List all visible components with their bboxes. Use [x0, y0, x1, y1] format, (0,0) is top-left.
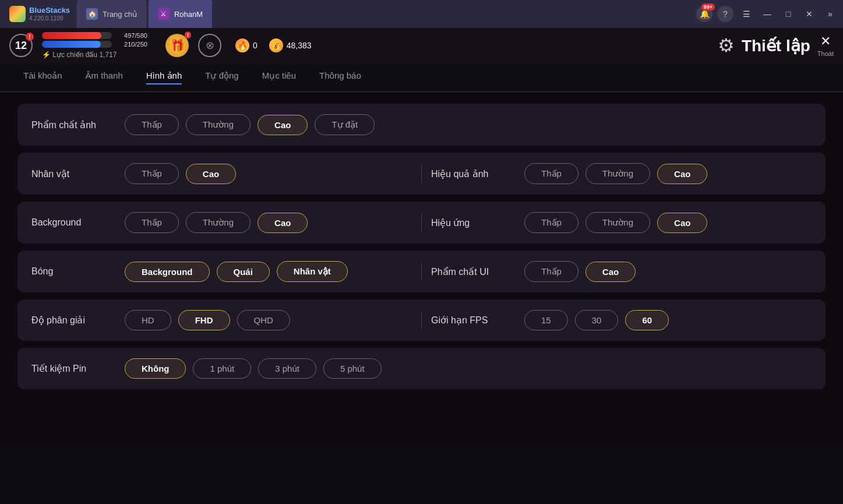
battery-1min-btn[interactable]: 1 phút	[193, 358, 251, 379]
minimize-button[interactable]: —	[759, 6, 775, 22]
ve-high-btn[interactable]: Cao	[657, 164, 707, 184]
tab-game[interactable]: ⚔ RohanM	[149, 0, 212, 28]
visual-effect-label: Hiệu quả ảnh	[431, 168, 524, 179]
currency-section: 🔥 0 💰 48,383	[235, 38, 312, 52]
mp-text: 210/250	[115, 41, 156, 48]
app-logo: BlueStacks 4.220.0.1109	[5, 6, 75, 22]
fps-60-btn[interactable]: 60	[625, 310, 669, 330]
battery-off-btn[interactable]: Không	[125, 358, 186, 379]
logo-icon	[9, 6, 26, 22]
gift-button[interactable]: 🎁 !	[165, 34, 189, 57]
iq-custom-btn[interactable]: Tự đặt	[315, 114, 375, 135]
visual-effect-section: Hiệu quả ảnh Thấp Thường Cao	[431, 163, 812, 184]
character-label: Nhân vật	[31, 168, 125, 179]
close-label: Thoát	[817, 50, 834, 57]
shadow-label: Bóng	[31, 266, 125, 277]
battery-row: Tiết kiệm Pin Không 1 phút 3 phút 5 phút	[17, 348, 826, 389]
eff-high-btn[interactable]: Cao	[657, 213, 707, 233]
mp-bar-fill	[42, 41, 101, 48]
effect-options: Thấp Thường Cao	[524, 212, 707, 233]
tab-game-label: RohanM	[174, 10, 203, 19]
char-low-btn[interactable]: Thấp	[125, 163, 179, 184]
ve-low-btn[interactable]: Thấp	[524, 163, 579, 184]
res-fps-row: Độ phân giải HD FHD QHD Giới hạn FPS 15 …	[17, 299, 826, 341]
bg-effect-row: Background Thấp Thường Cao Hiệu ứng Thấp…	[17, 202, 826, 244]
uiq-high-btn[interactable]: Cao	[585, 262, 636, 282]
shadow-section: Bóng Background Quái Nhân vật	[31, 261, 412, 282]
tab-notify[interactable]: Thông báo	[319, 71, 361, 84]
level-alert-icon: !	[26, 33, 34, 41]
shadow-options: Background Quái Nhân vật	[125, 261, 348, 282]
settings-section: ⚙ Thiết lập ✕ Thoát	[718, 34, 834, 57]
target-button[interactable]: ⊗	[198, 34, 221, 57]
currency-1-icon: 🔥	[235, 38, 249, 52]
tab-graphics[interactable]: Hình ảnh	[146, 71, 182, 84]
health-bars: 497/580 210/250 ⚡ Lực chiến đấu 1,717	[42, 32, 156, 59]
notification-button[interactable]: 🔔 99+	[696, 6, 713, 22]
combat-power: ⚡ Lực chiến đấu 1,717	[42, 51, 156, 59]
maximize-button[interactable]: □	[780, 6, 796, 22]
currency-2-amount: 48,383	[287, 41, 312, 50]
divider-4	[421, 312, 422, 329]
uiq-low-btn[interactable]: Thấp	[524, 261, 579, 282]
currency-1-amount: 0	[253, 41, 258, 50]
background-label: Background	[31, 217, 125, 228]
tab-sound[interactable]: Âm thanh	[86, 71, 123, 84]
fps-section: Giới hạn FPS 15 30 60	[431, 310, 812, 330]
background-options: Thấp Thường Cao	[125, 212, 308, 233]
battery-3min-btn[interactable]: 3 phút	[258, 358, 316, 379]
iq-high-btn[interactable]: Cao	[258, 115, 308, 135]
ui-quality-label: Phẩm chất UI	[431, 266, 524, 277]
bg-low-btn[interactable]: Thấp	[125, 212, 179, 233]
eff-low-btn[interactable]: Thấp	[524, 212, 579, 233]
settings-close-button[interactable]: ✕ Thoát	[817, 34, 834, 57]
battery-section: Tiết kiệm Pin Không 1 phút 3 phút 5 phút	[31, 358, 812, 379]
tab-account[interactable]: Tài khoản	[23, 71, 62, 84]
menu-button[interactable]: ☰	[738, 6, 754, 22]
char-high-btn[interactable]: Cao	[186, 164, 236, 184]
image-quality-row: Phẩm chất ảnh Thấp Thường Cao Tự đặt	[17, 104, 826, 146]
close-button[interactable]: ✕	[801, 6, 817, 22]
settings-gear-icon: ⚙	[718, 34, 735, 57]
shadow-char-btn[interactable]: Nhân vật	[277, 261, 348, 282]
eff-normal-btn[interactable]: Thường	[585, 212, 650, 233]
tab-home[interactable]: 🏠 Trang chủ	[77, 0, 146, 28]
battery-5min-btn[interactable]: 5 phút	[323, 358, 382, 379]
character-options: Thấp Cao	[125, 163, 236, 184]
fps-label: Giới hạn FPS	[431, 315, 524, 326]
effect-section: Hiệu ứng Thấp Thường Cao	[431, 212, 812, 233]
fps-30-btn[interactable]: 30	[575, 310, 619, 330]
divider-3	[421, 263, 422, 280]
iq-normal-btn[interactable]: Thường	[186, 114, 251, 135]
res-fhd-btn[interactable]: FHD	[178, 310, 230, 330]
image-quality-label: Phẩm chất ảnh	[31, 119, 125, 131]
divider	[421, 165, 422, 182]
shadow-monster-btn[interactable]: Quái	[217, 262, 270, 282]
fps-15-btn[interactable]: 15	[524, 310, 568, 330]
ve-normal-btn[interactable]: Thường	[585, 163, 650, 184]
home-icon: 🏠	[86, 8, 98, 20]
visual-effect-options: Thấp Thường Cao	[524, 163, 707, 184]
resolution-options: HD FHD QHD	[125, 310, 290, 330]
res-hd-btn[interactable]: HD	[125, 310, 171, 330]
help-button[interactable]: ?	[717, 6, 733, 22]
more-button[interactable]: »	[822, 6, 838, 22]
res-qhd-btn[interactable]: QHD	[237, 310, 290, 330]
battery-label: Tiết kiệm Pin	[31, 363, 125, 374]
close-x-icon: ✕	[820, 34, 831, 49]
nav-tabs: Tài khoản Âm thanh Hình ảnh Tự động Mục …	[0, 63, 843, 92]
tab-auto[interactable]: Tự động	[205, 71, 238, 84]
currency-item-1: 🔥 0	[235, 38, 258, 52]
image-quality-section: Phẩm chất ảnh Thấp Thường Cao Tự đặt	[31, 114, 812, 135]
iq-low-btn[interactable]: Thấp	[125, 114, 179, 135]
logo-text: BlueStacks 4.220.0.1109	[29, 6, 70, 21]
mp-bar-track	[42, 41, 112, 48]
game-header: 12 ! 497/580 210/250 ⚡ Lực chiến đấu 1,7…	[0, 28, 843, 63]
battery-options: Không 1 phút 3 phút 5 phút	[125, 358, 382, 379]
shadow-bg-btn[interactable]: Background	[125, 262, 210, 282]
currency-2-icon: 💰	[269, 38, 283, 52]
bg-normal-btn[interactable]: Thường	[186, 212, 251, 233]
bg-high-btn[interactable]: Cao	[258, 213, 308, 233]
player-level: 12 !	[9, 34, 33, 57]
tab-target[interactable]: Mục tiêu	[262, 71, 296, 84]
